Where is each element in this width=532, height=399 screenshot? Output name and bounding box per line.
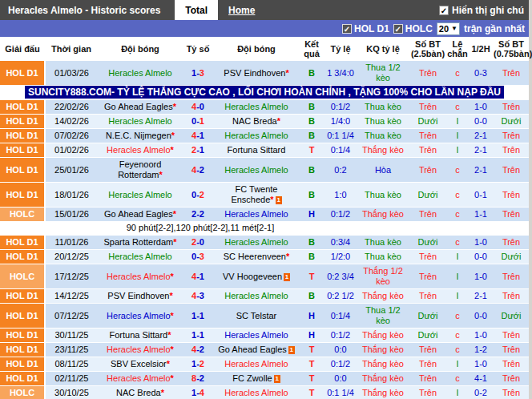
even-odd: c — [447, 372, 468, 386]
away-team: FC Twente Enschede*1 — [231, 184, 281, 204]
ad-banner-link[interactable]: SUNCITY888.COM- TỶ LỆ THẮNG CỰC CAO , LỐ… — [25, 86, 504, 99]
score: 4-2 — [183, 343, 213, 357]
score: 8-2 — [183, 372, 213, 386]
table-row: HOLC15/01/26Go Ahead Eagles*2-2Heracles … — [0, 208, 529, 222]
over-under-2-5: Trên — [409, 61, 447, 86]
odds-result: Thắng kèo — [357, 289, 409, 304]
halftime-score: 4-1 — [468, 372, 494, 386]
home-team-cell: SBV Excelsior* — [98, 357, 183, 372]
home-team-cell: Heracles Almelo — [98, 115, 183, 129]
recent-matches-count-select[interactable]: 20 ▼ — [437, 22, 460, 35]
over-under-2-5: Trên — [409, 289, 447, 304]
tab-total[interactable]: Total — [175, 0, 218, 20]
result-letter: B — [300, 250, 324, 264]
league-badge: HOL D1 — [0, 143, 45, 158]
home-team: NAC Breda* — [116, 388, 164, 397]
favorite-star-icon: * — [171, 131, 175, 140]
favorite-star-icon: * — [159, 170, 163, 179]
handicap-odds: 0:2 — [324, 158, 357, 183]
result-letter: H — [300, 328, 324, 343]
match-date: 23/11/25 — [45, 343, 98, 357]
result-letter: B — [300, 129, 324, 143]
result-letter: B — [300, 115, 324, 129]
team-name: Heracles Almelo — [108, 190, 171, 200]
over-under-2-5: Trên — [409, 129, 447, 143]
checkbox-checked-icon[interactable]: ✓ — [342, 24, 352, 34]
tab-home[interactable]: Home — [218, 0, 265, 20]
team-name: Fortuna Sittard — [109, 330, 167, 340]
even-odd: c — [447, 158, 468, 183]
away-goals: 0 — [200, 237, 204, 247]
away-goals: 4 — [200, 388, 204, 397]
result-letter: H — [300, 208, 324, 222]
league-badge: HOLC — [0, 208, 45, 222]
handicap-odds: 0:1/4 — [324, 143, 357, 158]
team-name: SC Telstar — [236, 311, 277, 320]
away-team: Go Ahead Eagles1 — [218, 345, 295, 354]
even-odd: c — [447, 343, 468, 357]
table-row: HOL D107/12/25Heracles Almelo*1-1SC Tels… — [0, 304, 529, 328]
over-under-2-5: Dưới — [409, 115, 447, 129]
filter-holc[interactable]: ✓ HOLC — [393, 23, 433, 34]
league-badge: HOL D1 — [0, 61, 45, 86]
page-title: Heracles Almelo - Historic scores — [0, 0, 168, 20]
odds-result: Thắng kèo — [357, 343, 409, 357]
halftime-score: 0-0 — [468, 115, 494, 129]
odds-result: Thua kèo — [357, 129, 409, 143]
away-goals: 2 — [200, 345, 204, 354]
handicap-odds: 0:0 — [324, 372, 357, 386]
checkbox-checked-icon[interactable]: ✓ — [439, 6, 449, 15]
away-team: Heracles Almelo — [224, 359, 288, 369]
team-name: N.E.C. Nijmegen — [106, 131, 171, 140]
score: 1-2 — [183, 357, 213, 372]
away-team: NAC Breda* — [232, 116, 280, 126]
table-header-row: Giải đấu Thời gian Đội bóng Tỷ số Đội bó… — [0, 37, 529, 61]
score: 4-3 — [183, 289, 213, 304]
match-date: 02/11/25 — [45, 372, 98, 386]
table-row: HOL D130/11/25Fortuna Sittard*1-1Heracle… — [0, 328, 529, 343]
odds-result: Thắng kèo — [357, 143, 409, 158]
home-team-cell: Heracles Almelo — [98, 183, 183, 208]
filter-hol-d1[interactable]: ✓ HOL D1 — [342, 23, 389, 34]
over-under-2-5: Dưới — [409, 328, 447, 343]
league-badge: HOL D1 — [0, 115, 45, 129]
away-goals: 3 — [200, 252, 204, 261]
odds-result: Thắng kèo — [357, 357, 409, 372]
checkbox-checked-icon[interactable]: ✓ — [393, 24, 403, 34]
match-date: 15/01/26 — [45, 208, 98, 222]
match-date: 20/12/25 — [45, 250, 98, 264]
over-under-0-75: Trên — [494, 289, 529, 304]
home-team-cell: PSV Eindhoven* — [98, 289, 183, 304]
league-badge: HOL D1 — [0, 289, 45, 304]
even-odd: c — [447, 304, 468, 328]
halftime-score: 0-3 — [468, 61, 494, 86]
score: 2-1 — [183, 143, 213, 158]
over-under-0-75: Dưới — [494, 250, 529, 264]
match-date: 07/12/25 — [45, 304, 98, 328]
show-notes-toggle[interactable]: ✓ Hiển thị ghi chú — [439, 0, 529, 20]
over-under-2-5: Trên — [409, 372, 447, 386]
table-row: HOL D101/03/26Heracles Almelo1-3PSV Eind… — [0, 61, 529, 86]
away-team: FC Zwolle1 — [232, 373, 280, 383]
match-date: 01/03/26 — [45, 61, 98, 86]
team-name: Heracles Almelo — [107, 345, 170, 354]
team-name: Heracles Almelo — [108, 252, 171, 261]
odds-result: Hòa — [357, 158, 409, 183]
red-card-icon: 1 — [276, 196, 282, 204]
match-date: 18/01/26 — [45, 183, 98, 208]
league-badge: HOLC — [0, 264, 45, 289]
favorite-star-icon: * — [173, 102, 176, 111]
table-row: HOL D118/01/26Heracles Almelo0-2FC Twent… — [0, 183, 529, 208]
header-home-team: Đội bóng — [98, 37, 183, 61]
away-team-cell: Heracles Almelo — [213, 386, 300, 399]
team-name: VV Hoogeveen — [223, 272, 282, 281]
table-row: HOLC30/10/25NAC Breda*1-4Heracles Almelo… — [0, 386, 529, 399]
team-name: Go Ahead Eagles — [218, 345, 287, 354]
header-goals-0-75: Số BT (0.75bàn) — [494, 37, 529, 61]
handicap-odds: 0:1/2 — [324, 357, 357, 372]
away-team-cell: Heracles Almelo — [213, 289, 300, 304]
handicap-odds: 0:1/2 — [324, 100, 357, 115]
odds-result: Thua 1/2 kèo — [357, 304, 409, 328]
odds-result: Thắng 1/2 kèo — [357, 264, 409, 289]
favorite-star-icon: * — [285, 68, 288, 78]
